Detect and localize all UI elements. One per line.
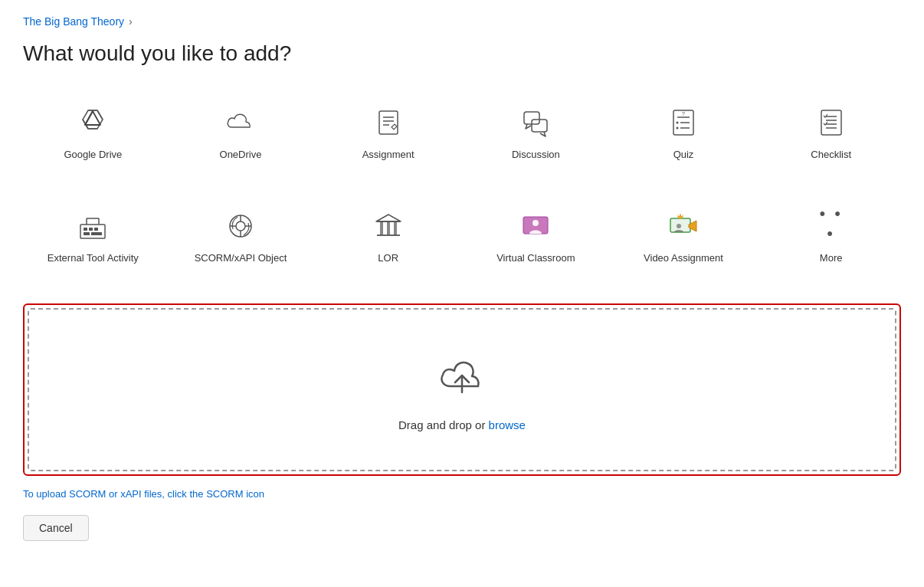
item-checklist[interactable]: Checklist [761,89,901,177]
svg-rect-35 [387,221,390,235]
page-title: What would you like to add? [23,41,901,66]
scorm-icon [222,208,259,244]
item-assignment-label: Assignment [362,149,414,162]
svg-marker-37 [376,215,401,221]
discussion-icon [517,104,554,141]
breadcrumb-link[interactable]: The Big Bang Theory [23,15,124,28]
svg-rect-34 [380,221,383,235]
item-onedrive[interactable]: OneDrive [171,89,311,177]
item-video-assignment-label: Video Assignment [644,252,723,265]
item-external-tool[interactable]: External Tool Activity [23,192,163,280]
svg-rect-22 [89,228,93,231]
item-scorm-label: SCORM/xAPI Object [195,252,287,265]
svg-point-12 [676,127,678,130]
cancel-button[interactable]: Cancel [23,515,89,541]
item-quiz[interactable]: ? Quiz [614,89,754,177]
upload-icon [435,348,489,405]
checklist-icon [813,104,850,141]
svg-rect-15 [821,110,841,135]
google-drive-icon [74,104,111,141]
svg-rect-20 [80,225,105,238]
svg-marker-0 [85,111,100,125]
item-virtual-classroom-label: Virtual Classroom [496,252,575,265]
item-more[interactable]: • • • More [761,192,901,280]
drop-zone[interactable]: Drag and drop or browse [28,308,896,471]
item-video-assignment[interactable]: Video Assignment [614,192,754,280]
item-quiz-label: Quiz [673,149,694,162]
external-tool-icon [74,208,111,244]
svg-rect-24 [84,232,90,235]
item-lor[interactable]: LOR [318,192,458,280]
svg-point-43 [677,224,681,228]
items-grid-row1: Google Drive OneDrive Assignment [23,89,901,177]
svg-point-10 [676,122,678,124]
virtual-classroom-icon [517,208,554,244]
breadcrumb: The Big Bang Theory › [23,15,901,28]
svg-rect-23 [94,228,98,231]
svg-point-27 [236,221,245,231]
svg-rect-25 [91,232,102,235]
breadcrumb-arrow: › [129,15,133,28]
item-external-tool-label: External Tool Activity [48,252,139,265]
item-checklist-label: Checklist [811,149,851,162]
svg-text:?: ? [682,111,685,116]
items-grid-row2: External Tool Activity SCORM/xAPI Object [23,192,901,280]
item-google-drive[interactable]: Google Drive [23,89,163,177]
item-google-drive-label: Google Drive [64,149,122,162]
item-onedrive-label: OneDrive [220,149,262,162]
item-lor-label: LOR [378,252,398,265]
quiz-icon: ? [665,104,702,141]
svg-rect-2 [379,111,398,134]
item-discussion[interactable]: Discussion [466,89,606,177]
item-virtual-classroom[interactable]: Virtual Classroom [466,192,606,280]
item-discussion-label: Discussion [512,149,560,162]
item-scorm[interactable]: SCORM/xAPI Object [171,192,311,280]
scorm-hint: To upload SCORM or xAPI files, click the… [23,488,901,500]
onedrive-icon [222,104,259,141]
drop-text: Drag and drop or browse [398,418,526,431]
item-assignment[interactable]: Assignment [318,89,458,177]
video-assignment-icon [665,208,702,244]
more-icon: • • • [813,208,850,244]
assignment-icon [370,104,407,141]
drop-zone-wrapper: Drag and drop or browse [23,303,901,476]
browse-link[interactable]: browse [489,418,526,431]
svg-rect-36 [394,221,397,235]
svg-rect-21 [84,228,87,231]
item-more-label: More [820,252,843,265]
lor-icon [370,208,407,244]
svg-point-40 [532,220,539,226]
